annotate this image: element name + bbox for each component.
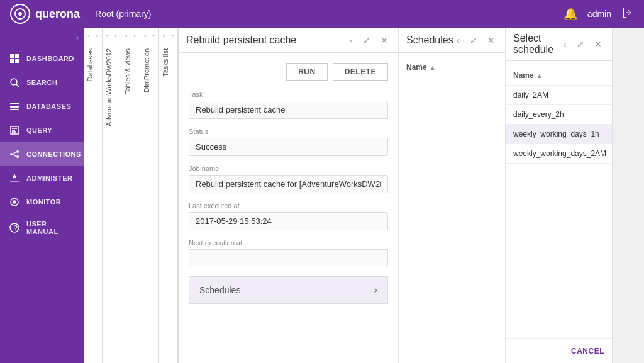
sidebar-item-administer-label: ADMINISTER xyxy=(26,174,72,182)
sidebar-item-dashboard[interactable]: DASHBOARD xyxy=(0,47,84,70)
job-name-input[interactable] xyxy=(189,175,388,193)
select-schedule-expand-btn[interactable]: ⤢ xyxy=(574,38,587,50)
svg-point-12 xyxy=(16,150,19,153)
sidebar-item-user-manual[interactable]: ? USER MANUAL xyxy=(0,214,84,242)
schedule-item-weekly-2am[interactable]: weekly_working_days_2AM xyxy=(506,144,612,164)
select-schedule-title: Select schedule xyxy=(513,33,561,55)
nav-panel-dimpromotion-header: ‹ › xyxy=(140,28,158,43)
nav-panel-forward-button-4[interactable]: › xyxy=(151,30,156,40)
nav-panel-back-button-3[interactable]: ‹ xyxy=(124,30,129,40)
administer-icon xyxy=(9,172,20,184)
nav-panel-tasks: ‹ › Tasks list xyxy=(159,28,178,363)
run-button[interactable]: RUN xyxy=(286,63,328,81)
svg-rect-2 xyxy=(10,54,14,58)
nav-panel-back-button-4[interactable]: ‹ xyxy=(143,30,148,40)
status-input[interactable] xyxy=(189,138,388,156)
sidebar-item-databases[interactable]: DATABASES xyxy=(0,94,84,118)
schedules-name-header: Name ▲ xyxy=(399,58,505,77)
sidebar-item-connections[interactable]: CONNECTIONS xyxy=(0,142,84,166)
select-schedule-header: Select schedule ‹ ⤢ ✕ xyxy=(506,28,612,61)
detail-panel-back-btn[interactable]: ‹ xyxy=(347,34,355,47)
monitor-icon xyxy=(9,196,20,208)
topbar: querona Root (primary) 🔔 admin xyxy=(0,0,644,28)
svg-rect-3 xyxy=(15,54,19,58)
task-field-group: Task xyxy=(189,91,388,119)
svg-point-1 xyxy=(18,12,22,16)
query-icon xyxy=(9,125,20,136)
schedules-panel-body: Name ▲ xyxy=(399,53,505,363)
select-schedule-actions: ‹ ⤢ ✕ xyxy=(561,38,604,50)
sidebar-collapse: ‹ xyxy=(0,30,84,47)
notification-bell-icon[interactable]: 🔔 xyxy=(564,7,577,21)
sidebar: ‹ DASHBOARD SEARCH DATABASES QUERY xyxy=(0,28,84,363)
nav-panel-forward-button-5[interactable]: › xyxy=(170,30,175,40)
nav-panel-dimpromotion: ‹ › DimPromotion xyxy=(140,28,159,363)
nav-panel-tables-title[interactable]: Tables & views xyxy=(121,43,140,99)
status-label: Status xyxy=(189,128,388,135)
schedules-back-btn[interactable]: ‹ xyxy=(454,34,462,47)
sort-arrow-icon: ▲ xyxy=(430,64,436,71)
schedules-section-label: Schedules xyxy=(199,285,240,295)
schedules-close-btn[interactable]: ✕ xyxy=(485,34,497,47)
sidebar-item-query-label: QUERY xyxy=(26,126,52,134)
nav-panel-tasks-header: ‹ › xyxy=(159,28,177,43)
schedule-item-daily-every-2h[interactable]: daily_every_2h xyxy=(506,105,612,125)
logo-text: querona xyxy=(35,8,80,21)
sidebar-item-query[interactable]: QUERY xyxy=(0,118,84,142)
nav-panel-dimpromotion-title[interactable]: DimPromotion xyxy=(140,43,158,98)
topbar-user: admin xyxy=(587,9,611,19)
last-executed-label: Last executed at xyxy=(189,202,388,209)
next-execution-field-group: Next execution at xyxy=(189,239,388,267)
logo: querona xyxy=(10,4,80,24)
nav-panel-back-button-5[interactable]: ‹ xyxy=(162,30,167,40)
logout-icon[interactable] xyxy=(621,6,634,22)
topbar-title: Root (primary) xyxy=(95,9,564,19)
nav-panel-adventureworks-header: ‹ › xyxy=(103,28,121,43)
schedule-item-daily-2am[interactable]: daily_2AM xyxy=(506,86,612,105)
detail-panel-close-btn[interactable]: ✕ xyxy=(378,34,391,47)
schedules-panel-header: Schedules ‹ ⤢ ✕ xyxy=(399,28,505,53)
nav-panel-databases-title[interactable]: Databases xyxy=(84,43,102,87)
schedule-item-weekly-1h[interactable]: weekly_working_days_1h xyxy=(506,125,612,144)
nav-panel-databases-header: ‹ › xyxy=(84,28,102,43)
select-schedule-close-btn[interactable]: ✕ xyxy=(592,38,604,50)
detail-panel-expand-btn[interactable]: ⤢ xyxy=(360,34,373,47)
sidebar-item-search[interactable]: SEARCH xyxy=(0,70,84,94)
main-layout: ‹ DASHBOARD SEARCH DATABASES QUERY xyxy=(0,28,644,363)
nav-panel-back-button[interactable]: ‹ xyxy=(86,30,91,40)
sidebar-item-administer[interactable]: ADMINISTER xyxy=(0,166,84,190)
nav-panel-tasks-title[interactable]: Tasks list xyxy=(159,43,177,82)
nav-panel-adventureworks-title[interactable]: AdventureWorksDW2012 xyxy=(103,43,121,131)
content-area: ‹ › Databases ‹ › AdventureWorksDW2012 ‹… xyxy=(84,28,644,363)
cancel-button[interactable]: CANCEL xyxy=(571,347,604,355)
schedules-panel-actions: ‹ ⤢ ✕ xyxy=(454,34,497,47)
nav-panel-forward-button[interactable]: › xyxy=(94,30,99,40)
nav-panel-forward-button-3[interactable]: › xyxy=(132,30,137,40)
logo-icon xyxy=(10,4,30,24)
cancel-row: CANCEL xyxy=(506,338,612,363)
detail-panel-body: RUN DELETE Task Status Job name xyxy=(179,53,398,363)
last-executed-field-group: Last executed at xyxy=(189,202,388,230)
nav-panel-tables-header: ‹ › xyxy=(121,28,140,43)
task-input[interactable] xyxy=(189,101,388,119)
sidebar-item-user-manual-label: USER MANUAL xyxy=(26,220,75,235)
sidebar-item-connections-label: CONNECTIONS xyxy=(26,150,81,158)
schedules-section[interactable]: Schedules › xyxy=(189,276,388,304)
dashboard-icon xyxy=(9,53,20,64)
svg-rect-16 xyxy=(10,181,19,182)
schedules-expand-btn[interactable]: ⤢ xyxy=(467,34,480,47)
next-execution-input[interactable] xyxy=(189,249,388,267)
job-name-field-group: Job name xyxy=(189,165,388,193)
nav-panel-back-button-2[interactable]: ‹ xyxy=(105,30,110,40)
last-executed-input[interactable] xyxy=(189,212,388,230)
job-name-label: Job name xyxy=(189,165,388,172)
sidebar-collapse-button[interactable]: ‹ xyxy=(76,34,79,43)
svg-rect-4 xyxy=(10,59,14,63)
select-schedule-back-btn[interactable]: ‹ xyxy=(561,38,569,50)
sidebar-item-monitor[interactable]: MONITOR xyxy=(0,190,84,214)
delete-button[interactable]: DELETE xyxy=(333,63,388,81)
svg-text:?: ? xyxy=(14,225,18,232)
nav-panel-forward-button-2[interactable]: › xyxy=(113,30,118,40)
sidebar-item-databases-label: DATABASES xyxy=(26,103,71,110)
search-icon xyxy=(9,77,20,88)
